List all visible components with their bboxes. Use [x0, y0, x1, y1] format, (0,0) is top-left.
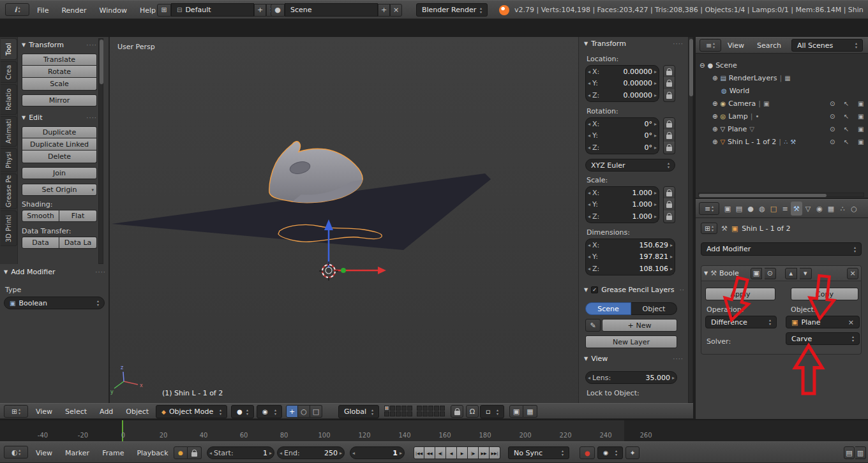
- autokey-toggle[interactable]: ●: [174, 446, 188, 459]
- display-filter-dropdown[interactable]: All Scenes▴▾: [791, 39, 863, 52]
- menu-view[interactable]: View: [29, 408, 59, 416]
- rotation-z-field[interactable]: ◂Z:0°▸: [585, 142, 659, 154]
- shade-flat-button[interactable]: Flat: [59, 210, 97, 222]
- transform-panel-header[interactable]: ▼Transform····: [584, 40, 684, 48]
- grease-pencil-panel-header[interactable]: ▼✓Grease Pencil Layers··: [584, 286, 685, 294]
- scale-button[interactable]: Scale: [22, 78, 97, 91]
- renderability-camera-icon[interactable]: ▣: [858, 113, 864, 120]
- gp-source-scene-tab[interactable]: Scene: [585, 302, 631, 315]
- expand-icon[interactable]: ⊕: [712, 100, 717, 107]
- expand-icon[interactable]: ⊕: [712, 138, 717, 145]
- checkbox-checked-icon[interactable]: ✓: [591, 286, 598, 293]
- pivot-point-dropdown[interactable]: ◉▴▾: [257, 405, 282, 418]
- scene-field[interactable]: Scene: [285, 3, 378, 17]
- lock-location-x-button[interactable]: [663, 65, 675, 78]
- jump-to-start-button[interactable]: |◀◀: [414, 446, 424, 459]
- tab-create[interactable]: Crea: [1, 61, 17, 83]
- opengl-render-anim-button[interactable]: ▦: [523, 405, 537, 418]
- layers-widget-group1[interactable]: [384, 406, 413, 417]
- renderability-camera-icon[interactable]: ▣: [858, 138, 864, 145]
- outliner-row-camera[interactable]: ⊕◉Camera|▣ ⊙↖▣: [700, 97, 867, 110]
- renderability-camera-icon[interactable]: ▣: [858, 126, 864, 133]
- operation-dropdown[interactable]: Difference▴▾: [705, 316, 777, 328]
- prev-frame-button[interactable]: ◀|: [435, 446, 446, 459]
- join-button[interactable]: Join: [22, 167, 97, 179]
- solver-dropdown[interactable]: Carve▴▾: [786, 332, 860, 345]
- delete-scene-button[interactable]: ×: [390, 4, 402, 17]
- transform-panel-header[interactable]: ▼Transform····: [22, 41, 97, 49]
- lock-to-scene-button[interactable]: [451, 405, 463, 418]
- stepper-right-icon[interactable]: ▸: [654, 214, 657, 219]
- scale-z-field[interactable]: ◂Z:1.000▸: [585, 210, 659, 223]
- stepper-right-icon[interactable]: ▸: [654, 202, 657, 207]
- manipulator-rotate-button[interactable]: ○: [298, 405, 310, 418]
- modifier-viewport-toggle[interactable]: ⊙: [765, 268, 776, 279]
- stepper-right-icon[interactable]: ▸: [670, 254, 673, 260]
- lock-location-z-button[interactable]: [663, 89, 675, 102]
- constraints-tab-icon[interactable]: ≡: [779, 202, 791, 216]
- outliner-row-shin[interactable]: ⊕▽Shin L - 1 of 2|∴⚒ ⊙↖▣: [700, 135, 867, 148]
- duplicate-button[interactable]: Duplicate: [22, 126, 97, 138]
- dimension-z-field[interactable]: ◂Z:108.106▸: [585, 263, 675, 276]
- stepper-left-icon[interactable]: ◂: [588, 254, 590, 260]
- physics-tab-icon[interactable]: ○: [848, 202, 860, 216]
- gp-draw-icon[interactable]: ✎: [585, 319, 601, 332]
- stepper-left-icon[interactable]: ◂: [209, 450, 212, 456]
- particles-tab-icon[interactable]: ∴: [837, 202, 848, 216]
- menu-frame[interactable]: Frame: [96, 449, 130, 457]
- stepper-right-icon[interactable]: ▸: [654, 145, 657, 151]
- renderability-camera-icon[interactable]: ▣: [858, 100, 864, 107]
- render-layers-tab-icon[interactable]: ▤: [733, 202, 745, 216]
- modifiers-tab-icon[interactable]: ⚒: [791, 202, 802, 216]
- snap-toggle-button[interactable]: Ω: [466, 405, 479, 418]
- add-modifier-panel-header[interactable]: ▼Add Modifier····: [4, 268, 106, 276]
- tab-grease-pencil[interactable]: Grease Pe: [1, 173, 17, 209]
- lock-scale-x-button[interactable]: [663, 186, 675, 199]
- manipulator-scale-button[interactable]: □: [310, 405, 322, 418]
- tab-animation[interactable]: Animati: [1, 116, 17, 147]
- tab-tool[interactable]: Tool: [1, 38, 17, 60]
- tab-3d-printing[interactable]: 3D Printi: [1, 210, 17, 246]
- modifier-type-dropdown[interactable]: ▣Boolean▴▾: [4, 297, 105, 309]
- gp-new-layer-button[interactable]: New Layer: [585, 335, 677, 348]
- set-origin-button[interactable]: Set Origin▾: [22, 184, 97, 196]
- menu-view[interactable]: View: [29, 449, 59, 457]
- dimension-x-field[interactable]: ◂X:150.629▸: [585, 239, 675, 251]
- world-tab-icon[interactable]: ◍: [756, 202, 768, 216]
- stepper-left-icon[interactable]: ◂: [588, 145, 590, 151]
- scrollbar-thumb[interactable]: [100, 40, 103, 84]
- stepper-right-icon[interactable]: ▸: [654, 190, 657, 196]
- viewport-canvas[interactable]: x y z: [110, 37, 578, 403]
- scrollbar-thumb[interactable]: [699, 194, 827, 197]
- rotation-y-field[interactable]: ◂Y:0°▸: [585, 129, 659, 142]
- duplicate-linked-button[interactable]: Duplicate Linked: [22, 138, 97, 151]
- visibility-eye-icon[interactable]: ⊙: [830, 100, 835, 107]
- stepper-left-icon[interactable]: ◂: [588, 242, 590, 248]
- selectability-arrow-icon[interactable]: ↖: [844, 100, 849, 107]
- lock-rotation-x-button[interactable]: [663, 117, 675, 130]
- manipulator-y-handle[interactable]: [341, 268, 346, 273]
- stepper-left-icon[interactable]: ◂: [588, 133, 590, 138]
- browse-layouts-icon[interactable]: ⊞: [157, 4, 171, 17]
- menu-add[interactable]: Add: [93, 408, 119, 416]
- visibility-eye-icon[interactable]: ⊙: [830, 113, 835, 120]
- add-scene-button[interactable]: +: [378, 4, 390, 17]
- object-data-tab-icon[interactable]: ▽: [802, 202, 814, 216]
- manipulator-center[interactable]: [326, 267, 332, 274]
- move-modifier-up-button[interactable]: ▴: [785, 268, 797, 279]
- transfer-data-layout-button[interactable]: Data La: [59, 237, 97, 249]
- mirror-button[interactable]: Mirror: [22, 94, 97, 107]
- scale-y-field[interactable]: ◂Y:1.000▸: [585, 198, 659, 211]
- expand-icon[interactable]: ⊕: [712, 126, 717, 133]
- stepper-right-icon[interactable]: ▸: [670, 266, 673, 272]
- current-frame-field[interactable]: ◂1▸: [350, 446, 405, 459]
- menu-window[interactable]: Window: [93, 6, 133, 15]
- stepper-left-icon[interactable]: ◂: [588, 214, 590, 219]
- transfer-data-button[interactable]: Data: [22, 237, 59, 249]
- stepper-right-icon[interactable]: ▸: [654, 69, 657, 75]
- insert-keyframe-button[interactable]: ✦: [625, 446, 640, 459]
- menu-file[interactable]: File: [31, 6, 55, 15]
- snap-element-dropdown[interactable]: ▫▴▾: [480, 405, 504, 418]
- outliner-row-world[interactable]: ◍World: [700, 84, 867, 97]
- location-y-field[interactable]: ◂Y:0.00000▸: [585, 77, 659, 90]
